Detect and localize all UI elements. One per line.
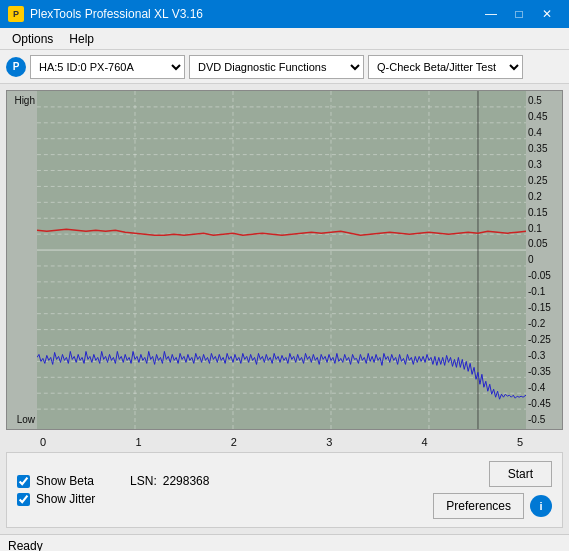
x-label-2: 2 [231, 436, 237, 448]
chart-y-label-left: High Low [7, 91, 37, 429]
lsn-label: LSN: [130, 474, 157, 488]
chart-svg [37, 91, 526, 429]
bottom-controls: Show Beta LSN: 2298368 Show Jitter Start… [6, 452, 563, 528]
device-select[interactable]: HA:5 ID:0 PX-760A [30, 55, 185, 79]
chart-container: High Low [6, 90, 563, 430]
x-label-3: 3 [326, 436, 332, 448]
show-beta-checkbox[interactable] [17, 475, 30, 488]
app-icon: P [8, 6, 24, 22]
x-label-4: 4 [422, 436, 428, 448]
show-beta-row: Show Beta LSN: 2298368 [17, 474, 209, 488]
test-select[interactable]: Q-Check Beta/Jitter Test [368, 55, 523, 79]
menu-help[interactable]: Help [61, 30, 102, 48]
title-bar: P PlexTools Professional XL V3.16 — □ ✕ [0, 0, 569, 28]
show-jitter-label: Show Jitter [36, 492, 95, 506]
lsn-value: 2298368 [163, 474, 210, 488]
title-bar-left: P PlexTools Professional XL V3.16 [8, 6, 203, 22]
show-jitter-row: Show Jitter [17, 492, 209, 506]
menu-bar: Options Help [0, 28, 569, 50]
status-text: Ready [8, 539, 43, 552]
start-button[interactable]: Start [489, 461, 552, 487]
toolbar: P HA:5 ID:0 PX-760A DVD Diagnostic Funct… [0, 50, 569, 84]
x-label-0: 0 [40, 436, 46, 448]
menu-options[interactable]: Options [4, 30, 61, 48]
x-label-5: 5 [517, 436, 523, 448]
app-title: PlexTools Professional XL V3.16 [30, 7, 203, 21]
maximize-button[interactable]: □ [505, 0, 533, 28]
minimize-button[interactable]: — [477, 0, 505, 28]
main-content: High Low [0, 84, 569, 534]
preferences-button[interactable]: Preferences [433, 493, 524, 519]
info-button[interactable]: i [530, 495, 552, 517]
svg-rect-0 [37, 91, 526, 429]
show-jitter-checkbox[interactable] [17, 493, 30, 506]
chart-y-label-right: 0.5 0.45 0.4 0.35 0.3 0.25 0.2 0.15 0.1 … [526, 91, 562, 429]
bottom-row: Show Beta LSN: 2298368 Show Jitter Start… [17, 461, 552, 519]
function-select[interactable]: DVD Diagnostic Functions [189, 55, 364, 79]
y-label-low: Low [9, 414, 35, 425]
close-button[interactable]: ✕ [533, 0, 561, 28]
status-bar: Ready [0, 534, 569, 551]
x-label-1: 1 [135, 436, 141, 448]
show-beta-label: Show Beta [36, 474, 94, 488]
window-controls: — □ ✕ [477, 0, 561, 28]
device-icon: P [6, 57, 26, 77]
y-label-high: High [9, 95, 35, 106]
chart-x-axis: 0 1 2 3 4 5 [6, 434, 527, 448]
chart-inner [37, 91, 526, 429]
